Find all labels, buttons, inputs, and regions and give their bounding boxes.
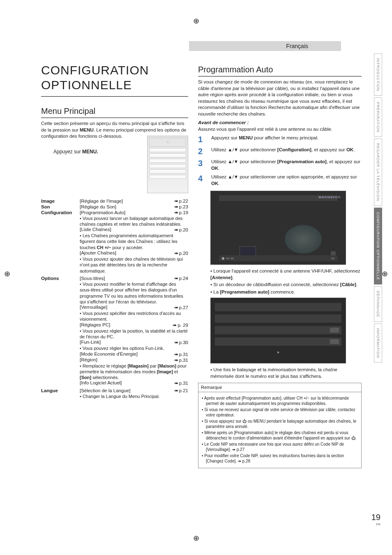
- page-number-locale: FR: [376, 523, 380, 526]
- remarque-heading: Remarque: [198, 383, 361, 392]
- remarque-item-6: Pour modifier votre Code NIP, suivez les…: [202, 453, 358, 464]
- left-column: CONFIGURATION OPTIONNELLE Menu Principal…: [25, 55, 188, 400]
- menu-principal-rule: [41, 118, 188, 118]
- step-2: 2 Utilisez ▲/▼ pour sélectionner [Config…: [198, 147, 362, 156]
- prog-auto-desc: Vous pouvez lancer un balayage automatiq…: [80, 215, 188, 227]
- eco-label: [Mode Économie d'Énergie]: [80, 352, 171, 357]
- prog-auto-label: [Programmation Auto]: [80, 210, 171, 215]
- step-3: 3 Utilisez ▲/▼ pour sélectionner [Progra…: [198, 159, 362, 171]
- cable-bullet: Si un décodeur de câblodiffusion est con…: [210, 282, 362, 288]
- langue-desc: Changer la Langue du Menu Principal.: [80, 393, 188, 399]
- image-label: [Réglage de l'Image]: [80, 199, 171, 204]
- info-logiciel-page: p.31: [174, 380, 188, 386]
- before-begin-head: Avant de commencer :: [198, 120, 362, 126]
- ajouter-chaines-desc: Vous pouvez ajouter des chaînes de télév…: [80, 256, 188, 274]
- menu-items: Image [Réglage de l'Image] p.22 Son [Rég…: [41, 198, 188, 400]
- region-label: [Région]: [80, 357, 171, 363]
- liste-chaines-label: [Liste Chaînes]: [80, 227, 171, 233]
- son-label: [Réglage du Son]: [80, 204, 171, 209]
- page-number: 19: [371, 513, 380, 522]
- right-column: Programmation Auto Si vous changez de mo…: [198, 55, 362, 468]
- sous-titres-label: [Sous-titres]: [80, 276, 171, 281]
- loading-dots-icon: ●: [215, 350, 341, 354]
- after-bullets: Une fois le balayage et la mémorisation …: [210, 367, 362, 379]
- tab-preparation[interactable]: PRÉPARATION: [374, 97, 382, 137]
- son-key: Son: [41, 204, 76, 209]
- liste-chaines-page: p.20: [174, 227, 188, 233]
- press-menu-text: Appuyez sur MENU.: [53, 149, 131, 155]
- registration-mark-bottom: ⊕: [193, 534, 199, 543]
- reglages-pc-desc: Vous pouvez régler la position, la stabi…: [80, 328, 188, 340]
- remarque-list: Après avoir effectué [Programmation auto…: [202, 395, 358, 464]
- programmation-auto-rule: [198, 76, 362, 76]
- menu-principal-heading: Menu Principal: [41, 106, 188, 116]
- before-begin-text: Assurez-vous que l'appareil est relié à …: [198, 126, 362, 133]
- remarque-item-4: Même après un [Programmation auto] le ré…: [202, 430, 358, 441]
- page-title-line1: CONFIGURATION: [41, 63, 188, 77]
- tab-depannage[interactable]: DÉPANNAGE: [374, 286, 382, 322]
- fun-link-desc: Vous pouvez régler les options Fun-Link.: [80, 345, 188, 351]
- menu-screenshot-mock: ▭: [147, 136, 188, 193]
- step-number-3: 3: [198, 159, 206, 171]
- sous-titres-desc: Vous pouvez modifier le format d'afficha…: [80, 281, 188, 305]
- remarque-item-5: Le Code NIP sera nécessaire une fois que…: [202, 442, 358, 452]
- remarque-item-1: Après avoir effectué [Programmation auto…: [202, 395, 358, 406]
- tab-configuration-optionnelle[interactable]: CONFIGURATION OPTIONNELLE: [374, 208, 382, 284]
- verrouillage-page: p.27: [174, 305, 188, 310]
- region-page: p.31: [174, 357, 188, 363]
- tab-regarder-tv[interactable]: REGARDER LA TÉLÉVISION: [374, 139, 382, 206]
- registration-mark-right: ⊕: [382, 269, 388, 278]
- registration-mark-left: ⊕: [4, 269, 10, 278]
- langue-key: Langue: [41, 388, 76, 393]
- step-number-2: 2: [198, 147, 206, 156]
- start-bullet: La [Programmation auto] commence.: [210, 289, 362, 296]
- verrouillage-label: [Verrouillage]: [80, 305, 171, 310]
- side-tabs: INTRODUCTION PRÉPARATION REGARDER LA TÉL…: [374, 53, 382, 363]
- sous-titres-page: p.24: [174, 275, 188, 281]
- fun-link-label: [Fun-Link]: [80, 340, 171, 345]
- step-number-4: 4: [198, 174, 206, 187]
- language-label: Français: [286, 43, 308, 49]
- eco-page: p.31: [174, 352, 188, 357]
- step-4: 4 Utilisez ▲/▼ pour sélectionner une opt…: [198, 174, 362, 187]
- after-scan-bullet: Une fois le balayage et la mémorisation …: [210, 367, 362, 379]
- region-desc: Remplacez le réglage [Magasin] par [Mais…: [80, 363, 188, 381]
- langue-label: [Sélection de la Langue]: [80, 388, 171, 393]
- image-page: p.22: [174, 198, 188, 204]
- tv-brand: MAGNAVOX: [318, 195, 341, 199]
- fun-link-page: p.30: [174, 340, 188, 345]
- progress-box-icon: [330, 328, 339, 333]
- info-logiciel-label: [Info Logiciel Actuel]: [80, 380, 171, 386]
- langue-page: p.21: [174, 388, 188, 393]
- tab-introduction[interactable]: INTRODUCTION: [374, 53, 382, 96]
- reglages-pc-page: p. 29: [173, 322, 188, 328]
- prog-auto-page: p.19: [174, 210, 188, 215]
- options-key: Options: [41, 276, 76, 281]
- title-rule: [41, 96, 188, 97]
- source-bullets: Lorsque l'appareil est connecté à une an…: [210, 268, 362, 295]
- ajouter-chaines-label: [Ajouter Chaînes]: [80, 250, 171, 256]
- page-body: Français CONFIGURATION OPTIONNELLE Menu …: [25, 21, 362, 468]
- reglages-pc-label: [Réglages PC]: [80, 322, 169, 328]
- configuration-key: Configuration: [41, 210, 76, 215]
- programmation-auto-heading: Programmation Auto: [198, 65, 362, 74]
- programmation-auto-intro: Si vous changez de mode de connexion au …: [198, 79, 362, 117]
- ajouter-chaines-page: p.20: [174, 250, 188, 256]
- image-key: Image: [41, 199, 76, 204]
- tab-information[interactable]: INFORMATION: [374, 324, 382, 363]
- page-title-line2: OPTIONNELLE: [41, 78, 188, 92]
- verrouillage-desc: Vous pouvez spécifier des restrictions d…: [80, 310, 188, 322]
- son-page: p.23: [174, 204, 188, 210]
- tv-splash-screenshot: MAGNAVOX ◉ ▭ ▭▭: [210, 191, 346, 265]
- remarque-item-2: Si vous ne recevez aucun signal de votre…: [202, 407, 358, 418]
- tv-progress-screenshot: ●: [210, 298, 346, 363]
- progress-box-icon-2: [330, 339, 339, 344]
- globe-graphic: [285, 225, 322, 254]
- tv-icon: ▭: [149, 138, 186, 147]
- antenna-bullet: Lorsque l'appareil est connecté à une an…: [210, 268, 362, 281]
- step-1: 1 Appuyez sur MENU pour afficher le menu…: [198, 135, 362, 144]
- liste-chaines-desc: Les Chaînes programmées automatiquement …: [80, 233, 188, 250]
- remarque-item-3: Si vous appuyez sur ⏻ ou MENU pendant le…: [202, 419, 358, 429]
- step-number-1: 1: [198, 135, 206, 144]
- language-bar: Français: [189, 41, 341, 51]
